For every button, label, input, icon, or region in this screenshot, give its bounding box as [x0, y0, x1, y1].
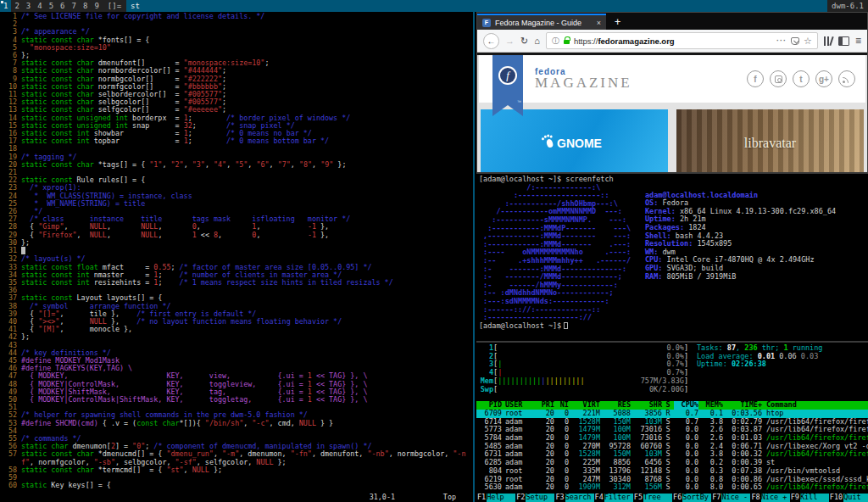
layout-symbol[interactable]: []= — [103, 0, 126, 12]
url-text[interactable]: https://fedoramagazine.org — [574, 36, 772, 46]
editor-line: 60static Key keys[] = { — [0, 482, 473, 489]
process-table-header: PIDUSERPRINIVIRTRESSHRSCPU%MEM%TIME+Comm… — [476, 401, 868, 410]
editor-window[interactable]: 1/* See LICENSE file for copyright and l… — [0, 12, 475, 502]
process-row[interactable]: 5784adam2001479M100M73016S0.02.60:01.03/… — [476, 434, 868, 443]
new-tab-button[interactable]: + — [606, 14, 629, 30]
rss-icon[interactable] — [838, 70, 855, 87]
reload-button[interactable]: ↻ — [520, 36, 528, 47]
tag-7[interactable]: 7 — [69, 0, 80, 12]
menu-icon[interactable]: ≡ — [855, 35, 861, 47]
process-row[interactable]: 5773adam2001479M100M73016S0.02.60:03.87/… — [476, 426, 868, 434]
tag-6[interactable]: 6 — [57, 0, 68, 12]
focused-window-title: st — [126, 0, 827, 12]
site-info-icon[interactable]: ⓘ — [552, 36, 559, 47]
editor-line: 35static const int resizehints = 1; /* 1… — [0, 279, 473, 287]
fkey-f8[interactable]: F8Nice + — [750, 494, 789, 502]
process-row[interactable]: 804root200335M1379612148S0.00.30:07.38/u… — [476, 467, 868, 476]
bookmark-star-icon[interactable]: ☆ — [804, 36, 812, 47]
editor-line: 50 { MODKEY|ControlMask|ShiftMask, KEY, … — [0, 396, 473, 404]
url-bar[interactable]: ⓘ https://fedoramagazine.org ··· ☆ — [546, 32, 818, 49]
meter-2: 2[0.0%] — [479, 353, 688, 361]
htop-column-command[interactable]: Command — [762, 401, 868, 410]
editor-line: 5 "monospace:size=10" — [0, 44, 473, 52]
process-row[interactable]: 6709root200221M50883856R0.70.10:03.56hto… — [476, 410, 868, 418]
process-row[interactable]: 5485adam200270M9572860760S0.02.40:06.71/… — [476, 443, 868, 451]
magazine-header: f ™ fedora MAGAZINE ftg+ — [479, 55, 865, 103]
lock-icon — [564, 40, 570, 44]
article-thumbnails: GNOME libravatar — [481, 109, 864, 172]
editor-line: 58static const char *termcmd[] = { "st",… — [0, 466, 473, 474]
screenfetch-output: /:-------------:\ :-------------------::… — [479, 184, 865, 322]
meter-Swp: Swp[0K/2.00G] — [479, 386, 688, 394]
tag-5[interactable]: 5 — [46, 0, 57, 12]
pocket-icon[interactable] — [791, 37, 799, 45]
trademark: ™ — [517, 99, 521, 104]
process-row[interactable]: 6714adam2001528M150M103MS0.73.80:02.79/u… — [476, 418, 868, 427]
process-rows: 6709root200221M50883856R0.70.10:03.56hto… — [476, 410, 868, 492]
tab-fedora-magazine[interactable]: F Fedora Magazine - Guide × — [477, 14, 606, 30]
editor-line: 25 * WM_NAME(STRING) = title — [0, 200, 473, 208]
tag-2[interactable]: 2 — [11, 0, 22, 12]
page-actions-icon[interactable]: ··· — [776, 36, 787, 45]
fkey-f10[interactable]: F10Quit — [829, 494, 868, 502]
tag-3[interactable]: 3 — [23, 0, 34, 12]
firefox-window: F Fedora Magazine - Guide × + ← → ↻ ⌂ ⓘ … — [476, 12, 868, 172]
library-icon[interactable] — [824, 36, 832, 46]
tag-9[interactable]: 9 — [91, 0, 102, 12]
meter-1: 1[0.0%] — [479, 344, 688, 353]
sidebar-icon[interactable] — [838, 36, 849, 46]
prompt-line-2: [adam@localhost ~]$ — [479, 322, 865, 331]
googleplus-icon[interactable]: g+ — [815, 70, 832, 87]
editor-line: 53#define SHCMD(cmd) { .v = (const char*… — [0, 420, 473, 427]
editor-line: 42}; — [0, 333, 473, 341]
tag-4[interactable]: 4 — [34, 0, 45, 12]
system-info: adam@localhost.localdomainOS: FedoraKern… — [645, 192, 836, 282]
dwm-bar: 123456789 []= st dwm-6.1 — [0, 0, 868, 12]
fedora-logo[interactable]: f ™ — [492, 55, 523, 116]
process-row[interactable]: 6731adam2001528M150M103MS0.03.80:00.32/u… — [476, 450, 868, 459]
instagram-icon[interactable] — [770, 70, 787, 87]
editor-line: 1/* See LICENSE file for copyright and l… — [0, 13, 473, 20]
vim-cursor — [21, 247, 25, 254]
htop-meters-area: 1[0.0%]2[0.0%]3[|0.7%]4[|0.7%]Mem[||||||… — [476, 344, 868, 393]
fkey-f3[interactable]: F3Search — [554, 494, 593, 502]
article-libravatar[interactable]: libravatar — [676, 109, 864, 172]
home-button[interactable]: ⌂ — [534, 36, 540, 46]
forward-button[interactable]: → — [505, 36, 515, 46]
cpu-memory-meters: 1[0.0%]2[0.0%]3[|0.7%]4[|0.7%]Mem[||||||… — [479, 344, 688, 393]
meter-3: 3[|0.7%] — [479, 360, 688, 369]
fkey-f6[interactable]: F6SortBy — [672, 494, 711, 502]
editor-line: 57static const char *dmenucmd[] = { "dme… — [0, 450, 473, 466]
process-row[interactable]: 5630adam2001909M312M156MS0.08.00:00.65/u… — [476, 483, 868, 492]
editor-line: 41 { "[M]", monocle }, — [0, 326, 473, 333]
tag-8[interactable]: 8 — [80, 0, 91, 12]
social-icons: ftg+ — [747, 70, 855, 87]
twitter-icon[interactable]: t — [793, 70, 810, 87]
facebook-icon[interactable]: f — [747, 70, 764, 87]
process-table: PIDUSERPRINIVIRTRESSHRSCPU%MEM%TIME+Comm… — [476, 401, 868, 492]
editor-line: 30}; — [0, 239, 473, 247]
process-row[interactable]: 6219root200247M303408768S0.00.80:00.86/u… — [476, 476, 868, 484]
libravatar-title: libravatar — [744, 136, 796, 151]
fkey-f9[interactable]: F9Kill — [790, 494, 829, 502]
fedora-logo-circle: f — [498, 66, 517, 85]
process-row[interactable]: 6285adam200225M88566456S0.00.20:00.39st — [476, 459, 868, 467]
back-button[interactable]: ← — [483, 33, 499, 49]
info-line: RAM: 805MiB / 3919MiB — [645, 273, 836, 282]
tab-close-icon[interactable]: × — [597, 19, 601, 27]
terminal-window[interactable]: [adam@localhost ~]$ screenfetch /:------… — [476, 172, 868, 341]
brand-magazine: MAGAZINE — [535, 75, 632, 92]
article-gnome[interactable]: GNOME — [481, 109, 668, 172]
editor-line: 17static const int topbar = 1; /* 0 mean… — [0, 137, 473, 145]
fkey-f5[interactable]: F5Tree — [633, 494, 672, 502]
editor-line: 29 { "Firefox", NULL, NULL, 1 << 8, 0, -… — [0, 231, 473, 239]
tab-title: Fedora Magazine - Guide — [495, 19, 593, 27]
htop-window[interactable]: 1[0.0%]2[0.0%]3[|0.7%]4[|0.7%]Mem[||||||… — [476, 341, 868, 502]
fkey-f4[interactable]: F4Filter — [594, 494, 633, 502]
fkey-f1[interactable]: F1Help — [476, 494, 515, 502]
tab-bar: F Fedora Magazine - Guide × + — [477, 13, 867, 30]
site-brand[interactable]: fedora MAGAZINE — [535, 67, 632, 92]
tag-1[interactable]: 1 — [0, 0, 11, 12]
fkey-f7[interactable]: F7Nice - — [711, 494, 750, 502]
fkey-f2[interactable]: F2Setup — [515, 494, 554, 502]
